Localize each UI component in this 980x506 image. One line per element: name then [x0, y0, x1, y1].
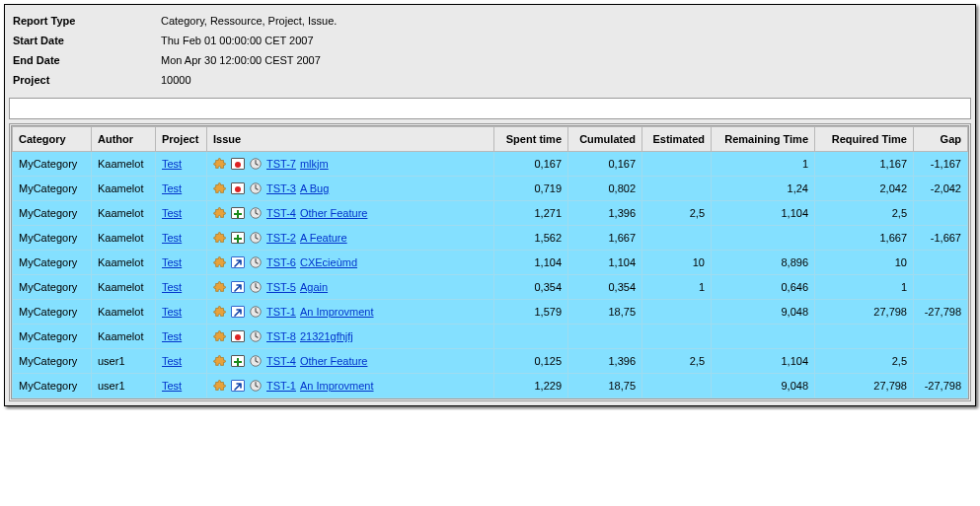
cell-gap — [914, 325, 968, 349]
issue-key-link[interactable]: TST-8 — [266, 330, 296, 342]
cell-project: Test — [156, 349, 207, 374]
issue-key-link[interactable]: TST-5 — [266, 281, 296, 293]
issue-summary-link[interactable]: Other Feature — [300, 355, 367, 367]
cell-project: Test — [156, 226, 207, 251]
col-author[interactable]: Author — [92, 127, 156, 152]
issue-key-link[interactable]: TST-7 — [266, 158, 296, 170]
cell-cumulated: 1,396 — [568, 349, 642, 374]
improvement-icon — [231, 380, 245, 392]
cell-estimated: 1 — [642, 275, 712, 300]
cell-remaining: 0,646 — [712, 275, 815, 300]
cell-project: Test — [156, 374, 207, 398]
issue-key-link[interactable]: TST-3 — [266, 182, 296, 194]
cell-spent: 0,719 — [494, 177, 568, 201]
issue-summary-link[interactable]: An Improvment — [300, 306, 374, 318]
project-link[interactable]: Test — [162, 281, 182, 293]
issue-summary-link[interactable]: An Improvment — [300, 380, 374, 392]
cell-spent: 1,579 — [494, 300, 568, 325]
meta-row-start-date: Start Date Thu Feb 01 00:00:00 CET 2007 — [13, 31, 967, 50]
table-header-row: Category Author Project Issue Spent time… — [13, 127, 968, 152]
component-icon — [213, 354, 227, 368]
col-estimated[interactable]: Estimated — [642, 127, 712, 152]
cell-cumulated: 18,75 — [568, 300, 642, 325]
filter-bar — [9, 98, 971, 119]
cell-author: Kaamelot — [92, 251, 156, 275]
cell-estimated: 2,5 — [642, 349, 712, 374]
table-row: MyCategoryKaamelotTestTST-2 A Feature1,5… — [13, 226, 968, 251]
cell-author: Kaamelot — [92, 325, 156, 349]
issue-key-link[interactable]: TST-1 — [266, 306, 296, 318]
issue-key-link[interactable]: TST-1 — [266, 380, 296, 392]
cell-gap: -1,167 — [914, 152, 968, 177]
cell-spent: 1,229 — [494, 374, 568, 398]
bug-icon — [231, 330, 245, 342]
improvement-icon — [231, 281, 245, 293]
bug-icon — [231, 158, 245, 170]
col-required[interactable]: Required Time — [815, 127, 914, 152]
cell-estimated — [642, 300, 712, 325]
table-row: MyCategoryKaamelotTestTST-8 21321gfhjfj — [13, 325, 968, 349]
project-link[interactable]: Test — [162, 182, 182, 194]
cell-gap — [914, 275, 968, 300]
new-feature-icon — [231, 232, 245, 244]
clock-icon — [249, 157, 263, 171]
col-remaining[interactable]: Remaining Time — [712, 127, 815, 152]
cell-cumulated: 1,104 — [568, 251, 642, 275]
clock-icon — [249, 206, 263, 220]
cell-required: 2,042 — [815, 177, 914, 201]
col-project[interactable]: Project — [156, 127, 207, 152]
improvement-icon — [231, 256, 245, 268]
issue-key-link[interactable]: TST-4 — [266, 355, 296, 367]
issue-summary-link[interactable]: CXEcieùmd — [300, 256, 357, 268]
cell-author: Kaamelot — [92, 300, 156, 325]
issue-summary-link[interactable]: A Feature — [300, 232, 347, 244]
project-link[interactable]: Test — [162, 330, 182, 342]
issue-key-link[interactable]: TST-6 — [266, 256, 296, 268]
issue-key-link[interactable]: TST-4 — [266, 207, 296, 219]
col-issue[interactable]: Issue — [207, 127, 494, 152]
col-gap[interactable]: Gap — [914, 127, 968, 152]
issue-summary-link[interactable]: Again — [300, 281, 328, 293]
table-row: MyCategoryKaamelotTestTST-1 An Improvmen… — [13, 300, 968, 325]
cell-cumulated — [568, 325, 642, 349]
cell-project: Test — [156, 325, 207, 349]
meta-value: Category, Ressource, Project, Issue. — [161, 15, 337, 27]
cell-remaining: 1,104 — [712, 349, 815, 374]
project-link[interactable]: Test — [162, 256, 182, 268]
issue-summary-link[interactable]: mlkjm — [300, 158, 329, 170]
cell-required: 1 — [815, 275, 914, 300]
cell-category: MyCategory — [13, 226, 92, 251]
cell-issue: TST-6 CXEcieùmd — [207, 251, 494, 275]
col-cumulated[interactable]: Cumulated — [568, 127, 642, 152]
project-link[interactable]: Test — [162, 380, 182, 392]
cell-required: 2,5 — [815, 349, 914, 374]
component-icon — [213, 157, 227, 171]
component-icon — [213, 181, 227, 195]
issue-key-link[interactable]: TST-2 — [266, 232, 296, 244]
component-icon — [213, 305, 227, 319]
project-link[interactable]: Test — [162, 232, 182, 244]
project-link[interactable]: Test — [162, 207, 182, 219]
cell-estimated: 2,5 — [642, 201, 712, 226]
component-icon — [213, 280, 227, 294]
clock-icon — [249, 280, 263, 294]
col-spent[interactable]: Spent time — [494, 127, 568, 152]
col-category[interactable]: Category — [13, 127, 92, 152]
cell-remaining: 1,104 — [712, 201, 815, 226]
cell-project: Test — [156, 300, 207, 325]
cell-required: 10 — [815, 251, 914, 275]
issue-summary-link[interactable]: 21321gfhjfj — [300, 330, 353, 342]
cell-spent — [494, 325, 568, 349]
cell-remaining: 1 — [712, 152, 815, 177]
clock-icon — [249, 255, 263, 269]
cell-gap: -27,798 — [914, 300, 968, 325]
project-link[interactable]: Test — [162, 355, 182, 367]
cell-issue: TST-3 A Bug — [207, 177, 494, 201]
issue-summary-link[interactable]: Other Feature — [300, 207, 367, 219]
project-link[interactable]: Test — [162, 158, 182, 170]
cell-spent: 1,562 — [494, 226, 568, 251]
issue-summary-link[interactable]: A Bug — [300, 182, 329, 194]
project-link[interactable]: Test — [162, 306, 182, 318]
table-row: MyCategoryKaamelotTestTST-3 A Bug0,7190,… — [13, 177, 968, 201]
cell-cumulated: 0,802 — [568, 177, 642, 201]
